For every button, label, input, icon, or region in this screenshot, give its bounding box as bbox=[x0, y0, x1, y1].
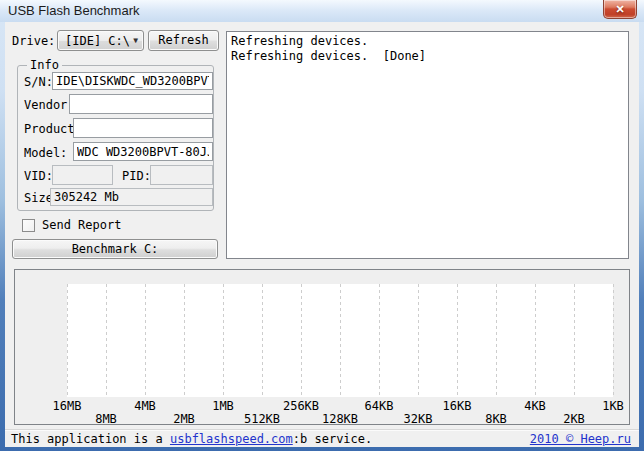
status-text: This application is a usbflashspeed.com:… bbox=[11, 432, 372, 446]
vendor-label: Vendor: bbox=[24, 98, 75, 112]
benchmark-button[interactable]: Benchmark C: bbox=[12, 239, 218, 259]
titlebar: USB Flash Benchmark ✕ bbox=[0, 0, 644, 22]
send-report-checkbox[interactable] bbox=[22, 219, 35, 232]
chart-tick-label: 16MB bbox=[53, 399, 82, 413]
status-bar: This application is a usbflashspeed.com:… bbox=[5, 429, 639, 447]
chart-gridline bbox=[535, 284, 536, 397]
vid-input bbox=[52, 165, 113, 185]
chart-tick-label: 256KB bbox=[283, 399, 319, 413]
chart-gridline bbox=[106, 284, 107, 397]
chart-tick-label: 1KB bbox=[602, 399, 624, 413]
sn-label: S/N: bbox=[24, 75, 53, 89]
chart-tick-label: 4MB bbox=[134, 399, 156, 413]
chart-plot bbox=[67, 284, 613, 397]
chart-tick-label: 1MB bbox=[212, 399, 234, 413]
vendor-input[interactable] bbox=[69, 94, 213, 114]
chart-panel: 16MB8MB4MB2MB1MB512KB256KB128KB64KB32KB1… bbox=[14, 269, 630, 425]
chart-gridline bbox=[340, 284, 341, 397]
chart-gridline bbox=[223, 284, 224, 397]
chart-tick-label: 64KB bbox=[365, 399, 394, 413]
chart-tick-label: 8MB bbox=[95, 412, 117, 426]
log-output[interactable]: Refreshing devices.Refreshing devices. [… bbox=[226, 31, 629, 259]
drive-select-value: [IDE] C:\ bbox=[65, 34, 130, 48]
chart-gridline bbox=[418, 284, 419, 397]
status-text-prefix: This application is a bbox=[11, 432, 163, 446]
chart-gridline bbox=[262, 284, 263, 397]
chart-gridline bbox=[301, 284, 302, 397]
status-text-suffix: :b service. bbox=[293, 432, 372, 446]
chart-gridline bbox=[457, 284, 458, 397]
info-legend: Info bbox=[27, 58, 62, 72]
close-button[interactable]: ✕ bbox=[603, 0, 637, 19]
chart-tick-label: 4KB bbox=[524, 399, 546, 413]
sn-input[interactable] bbox=[52, 72, 213, 90]
vid-label: VID: bbox=[24, 169, 53, 183]
pid-label: PID: bbox=[122, 169, 151, 183]
drive-select[interactable]: [IDE] C:\ ▼ bbox=[57, 30, 144, 51]
chart-gridline bbox=[379, 284, 380, 397]
log-line: Refreshing devices. bbox=[231, 34, 624, 49]
chart-gridline bbox=[574, 284, 575, 397]
client-area: Drive: [IDE] C:\ ▼ Refresh Info S/N: Ven… bbox=[5, 22, 639, 446]
log-line: Refreshing devices. [Done] bbox=[231, 49, 624, 64]
model-input[interactable] bbox=[73, 142, 213, 161]
window-title: USB Flash Benchmark bbox=[8, 3, 140, 18]
chart-tick-label: 2MB bbox=[173, 412, 195, 426]
chart-tick-label: 512KB bbox=[244, 412, 280, 426]
chart-gridline bbox=[496, 284, 497, 397]
window-frame: USB Flash Benchmark ✕ Drive: [IDE] C:\ ▼… bbox=[0, 0, 644, 451]
send-report-label[interactable]: Send Report bbox=[42, 218, 121, 232]
chevron-down-icon: ▼ bbox=[133, 37, 138, 45]
chart-tick-label: 2KB bbox=[563, 412, 585, 426]
chart-gridline bbox=[145, 284, 146, 397]
copyright-link[interactable]: 2010 © Heep.ru bbox=[530, 432, 631, 446]
product-input[interactable] bbox=[73, 118, 213, 138]
chart-tick-label: 16KB bbox=[443, 399, 472, 413]
chart-tick-label: 32KB bbox=[404, 412, 433, 426]
chart-tick-label: 8KB bbox=[485, 412, 507, 426]
usbflashspeed-link[interactable]: usbflashspeed.com bbox=[170, 432, 293, 446]
pid-input bbox=[150, 165, 213, 185]
chart-tick-label: 128KB bbox=[322, 412, 358, 426]
refresh-button[interactable]: Refresh bbox=[148, 30, 219, 51]
chart-gridline bbox=[613, 284, 614, 397]
size-input bbox=[50, 188, 213, 206]
close-icon: ✕ bbox=[615, 4, 624, 15]
model-label: Model: bbox=[24, 146, 67, 160]
drive-label: Drive: bbox=[12, 34, 55, 48]
chart-gridline bbox=[184, 284, 185, 397]
chart-gridline bbox=[67, 284, 68, 397]
chart-axis-labels: 16MB8MB4MB2MB1MB512KB256KB128KB64KB32KB1… bbox=[67, 399, 613, 425]
